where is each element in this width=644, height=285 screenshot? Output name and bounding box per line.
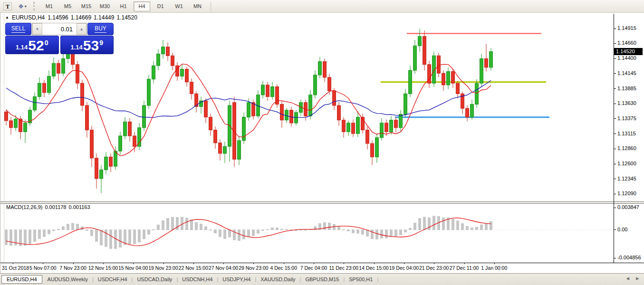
candle-body (342, 120, 346, 132)
date-axis-label: 11 Dec 23:00 (329, 265, 358, 271)
date-axis-tick (253, 263, 254, 264)
macd-histogram-bar (205, 227, 207, 230)
candle-body (100, 170, 103, 178)
macd-histogram-bar (200, 224, 202, 230)
date-axis[interactable]: 31 Oct 20185 Nov 07:007 Nov 23:0012 Nov … (0, 264, 614, 273)
date-axis-label: 4 Dec 15:00 (270, 265, 297, 271)
timeframe-button-m15[interactable]: M15 (78, 1, 95, 11)
timeframe-button-h1[interactable]: H1 (115, 1, 132, 11)
buy-button[interactable]: BUY (87, 23, 114, 35)
candle-body (490, 52, 493, 67)
chart-tab-audusd[interactable]: AUDUSD,Weekly (43, 275, 92, 284)
timeframe-button-m1[interactable]: M1 (41, 1, 58, 11)
macd-histogram-bar (38, 230, 41, 238)
price-axis-label: 1.12090 (614, 190, 636, 196)
date-axis-tick (284, 263, 284, 264)
tab-scroll-left-icon[interactable]: ◀ (626, 276, 629, 281)
chart-tab-usdjpy[interactable]: USDJPY,H4 (218, 275, 255, 284)
candle-body (228, 105, 231, 146)
macd-histogram-bar (214, 230, 217, 233)
macd-histogram-bar (210, 230, 212, 230)
timeframe-button-group: M1M5M15M30H1H4D1W1MN (40, 1, 207, 11)
candle-body (52, 63, 56, 76)
volume-decrease-button[interactable]: ▼ (32, 23, 42, 35)
candle-body (475, 83, 479, 104)
chart-tab-usdcnh[interactable]: USDCNH,H4 (178, 275, 217, 284)
chart-window[interactable]: ▲ EURUSD,H4 1.145961.146691.144491.14520… (0, 13, 644, 273)
candle-body (143, 105, 146, 128)
text-tool-icon: T (3, 2, 12, 10)
candle-body (318, 62, 322, 75)
candle-body (223, 146, 227, 153)
macd-axis-label: -0.004856 (614, 255, 641, 260)
candle-body (48, 76, 51, 92)
macd-histogram-bar (262, 230, 264, 231)
chart-tab-xauusd[interactable]: XAUUSD,Daily (256, 275, 299, 284)
volume-increase-button[interactable]: ▲ (77, 23, 87, 35)
price-axis-label: 1.14660 (614, 40, 636, 46)
chart-tab-eurusd[interactable]: EURUSD,H4 (1, 275, 42, 284)
axis-tick (614, 73, 616, 74)
arrange-symbols-button[interactable]: ❖ ▾ (14, 1, 30, 11)
macd-histogram-bar (96, 230, 98, 242)
candle-body (214, 130, 217, 143)
candle-body (10, 121, 13, 128)
chart-tab-gbpusd[interactable]: GBPUSD,M15 (301, 275, 343, 284)
tab-scroll-right-icon[interactable]: ▶ (636, 276, 639, 281)
candle-body (447, 72, 450, 85)
candle-body (71, 53, 75, 65)
macd-histogram-bar (414, 223, 416, 230)
date-axis-tick (314, 263, 314, 264)
chart-symbol-label: EURUSD,H4 (12, 14, 45, 21)
volume-input[interactable] (42, 23, 77, 35)
chart-tab-sp500[interactable]: SP500,H1 (345, 275, 377, 284)
macd-main-value: 0.001178 (45, 204, 66, 210)
candle-body (133, 136, 136, 146)
candle-body (90, 130, 94, 158)
timeframe-button-h4[interactable]: H4 (134, 1, 150, 11)
timeframe-button-m5[interactable]: M5 (59, 1, 76, 11)
axis-tick (614, 104, 616, 104)
macd-histogram-bar (167, 218, 169, 230)
price-axis[interactable]: 1.149151.146601.144001.141451.138851.136… (614, 13, 644, 263)
top-toolbar: T ❖ ▾ M1M5M15M30H1H4D1W1MN (0, 0, 644, 13)
macd-histogram-bar (371, 230, 374, 239)
macd-canvas[interactable] (4, 203, 613, 263)
macd-histogram-bar (271, 228, 274, 230)
chart-tab-usdcad[interactable]: USDCAD,Daily (133, 275, 176, 284)
sell-price-sup: 0 (45, 39, 48, 47)
macd-histogram-bar (485, 224, 488, 230)
price-axis-label: 1.12345 (614, 176, 636, 181)
axis-tick (614, 88, 616, 89)
date-axis-label: 21 Dec 23:00 (419, 265, 449, 271)
text-tool-button[interactable]: T (2, 1, 13, 11)
sell-button[interactable]: SELL (5, 23, 31, 35)
macd-histogram-bar (219, 230, 221, 237)
timeframe-button-d1[interactable]: D1 (152, 1, 169, 11)
macd-histogram-bar (333, 224, 336, 230)
macd-histogram-bar (34, 230, 36, 242)
candle-body (162, 47, 165, 54)
chevron-down-icon: ▼ (36, 27, 39, 31)
candle-body (147, 79, 151, 105)
price-axis-label: 1.14915 (614, 25, 636, 31)
timeframe-button-w1[interactable]: W1 (171, 1, 187, 11)
timeframe-button-mn[interactable]: MN (189, 1, 206, 11)
macd-histogram-bar (428, 218, 431, 230)
date-axis-label: 22 Nov 15:00 (179, 265, 208, 271)
macd-histogram-bar (181, 217, 183, 230)
price-axis-label: 1.13375 (614, 115, 636, 121)
axis-tick (614, 28, 616, 29)
macd-histogram-bar (67, 224, 69, 230)
macd-histogram-bar (53, 230, 55, 231)
macd-histogram-bar (362, 230, 364, 235)
candle-body (418, 37, 422, 46)
date-axis-tick (73, 263, 74, 264)
collapse-panel-icon[interactable]: ▲ (5, 15, 9, 19)
candle-body (266, 85, 269, 97)
macd-histogram-bar (129, 230, 131, 244)
candle-body (119, 136, 122, 151)
candle-body (323, 62, 327, 77)
chart-tab-usdchf[interactable]: USDCHF,H4 (94, 275, 132, 284)
timeframe-button-m30[interactable]: M30 (96, 1, 113, 11)
